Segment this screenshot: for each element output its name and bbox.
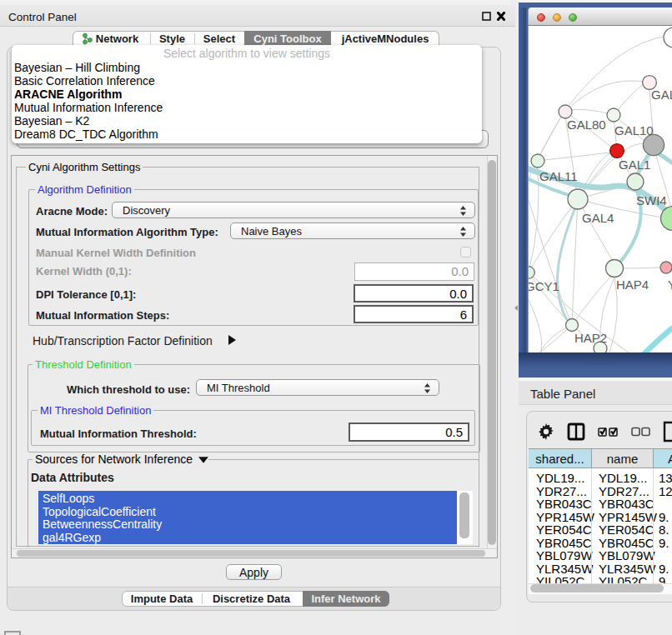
svg-text:GAL7: GAL7 [651, 88, 672, 102]
svg-text:HAP2: HAP2 [574, 331, 607, 345]
svg-text:GAL10: GAL10 [614, 123, 654, 138]
svg-text:GAL4: GAL4 [582, 211, 614, 225]
svg-text:SWI4: SWI4 [636, 193, 667, 208]
svg-text:GAL1: GAL1 [619, 158, 650, 172]
svg-text:HAP4: HAP4 [616, 278, 649, 292]
svg-text:GAL11: GAL11 [539, 169, 578, 183]
svg-text:GCY1: GCY1 [529, 279, 559, 293]
svg-text:GAL80: GAL80 [567, 118, 606, 132]
svg-text:Y: Y [668, 278, 672, 292]
